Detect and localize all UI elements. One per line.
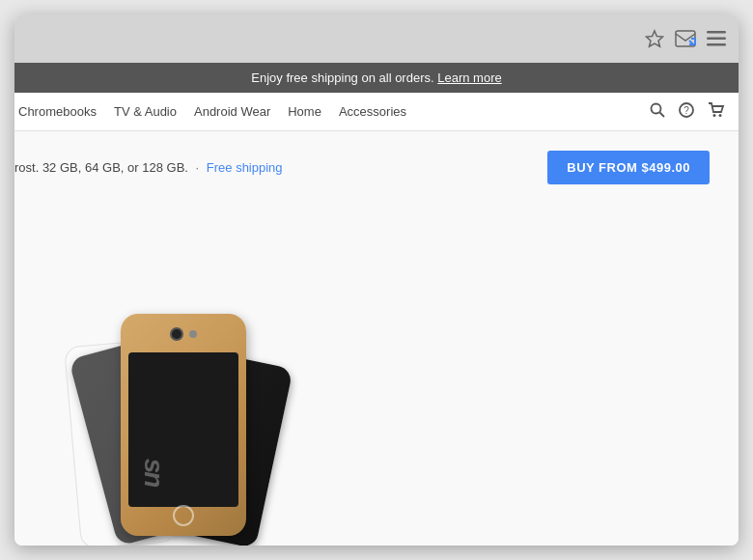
camera-flash bbox=[189, 330, 197, 338]
nav-accessories[interactable]: Accessories bbox=[339, 104, 406, 119]
svg-point-10 bbox=[719, 114, 722, 117]
svg-rect-4 bbox=[707, 43, 726, 46]
svg-line-6 bbox=[660, 112, 665, 117]
svg-rect-2 bbox=[707, 31, 726, 34]
svg-marker-0 bbox=[647, 31, 663, 46]
nav-bar: Chromebooks TV & Audio Android Wear Home… bbox=[14, 93, 739, 131]
page-content: rost. 32 GB, 64 GB, or 128 GB. · Free sh… bbox=[14, 131, 739, 546]
svg-point-9 bbox=[713, 114, 716, 117]
phone-main bbox=[121, 314, 246, 546]
nav-chromebooks[interactable]: Chromebooks bbox=[18, 104, 97, 119]
buy-section: BUY FROM $499.00 bbox=[547, 151, 710, 184]
search-icon[interactable] bbox=[650, 102, 665, 122]
nav-icons: ? bbox=[650, 102, 739, 122]
product-image-area: sn bbox=[43, 275, 352, 546]
nav-home[interactable]: Home bbox=[288, 104, 321, 119]
menu-icon[interactable] bbox=[706, 28, 727, 49]
camera-lens bbox=[170, 327, 183, 341]
phone-body bbox=[121, 314, 246, 536]
svg-rect-3 bbox=[707, 38, 726, 41]
promo-banner: Enjoy free shipping on all orders. Learn… bbox=[14, 63, 739, 93]
nav-tv-audio[interactable]: TV & Audio bbox=[114, 104, 177, 119]
browser-window: Enjoy free shipping on all orders. Learn… bbox=[14, 14, 739, 546]
svg-text:?: ? bbox=[683, 105, 689, 116]
divider: · bbox=[196, 160, 200, 175]
nav-links: Chromebooks TV & Audio Android Wear Home… bbox=[14, 104, 650, 119]
buy-button[interactable]: BUY FROM $499.00 bbox=[547, 151, 710, 184]
help-icon[interactable]: ? bbox=[679, 102, 694, 122]
cart-icon[interactable] bbox=[708, 102, 725, 122]
star-icon[interactable] bbox=[644, 28, 665, 49]
learn-more-link[interactable]: Learn more bbox=[437, 70, 501, 85]
nav-android-wear[interactable]: Android Wear bbox=[194, 104, 270, 119]
product-description-area: rost. 32 GB, 64 GB, or 128 GB. · Free sh… bbox=[14, 160, 283, 175]
shipping-label: Free shipping bbox=[207, 160, 283, 175]
promo-text: Enjoy free shipping on all orders. bbox=[251, 70, 433, 85]
svg-point-5 bbox=[652, 103, 661, 113]
phone-fingerprint bbox=[173, 505, 194, 526]
mail-icon[interactable] bbox=[675, 28, 696, 49]
phone-camera bbox=[170, 327, 197, 341]
browser-topbar bbox=[14, 14, 739, 63]
product-description: rost. 32 GB, 64 GB, or 128 GB. bbox=[14, 160, 188, 175]
phone-brand-text: sn bbox=[138, 459, 169, 487]
